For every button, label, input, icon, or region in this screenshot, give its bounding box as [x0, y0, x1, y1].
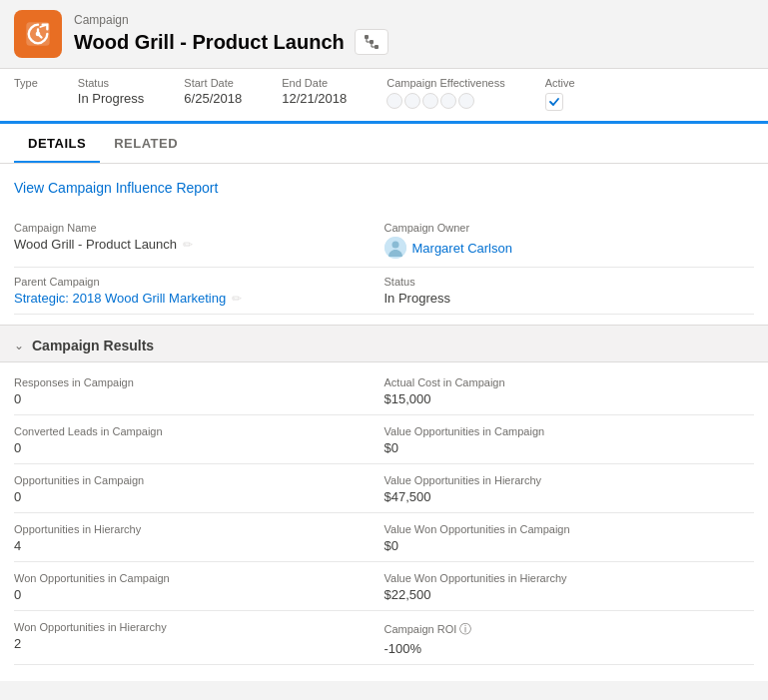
meta-bar: Type Status In Progress Start Date 6/25/… [0, 69, 768, 124]
campaign-owner-label: Campaign Owner [384, 222, 735, 234]
result-label: Opportunities in Hierarchy [14, 523, 365, 535]
meta-effectiveness: Campaign Effectiveness [386, 77, 504, 111]
result-label: Campaign ROI ⓘ [384, 621, 735, 638]
result-item: Actual Cost in Campaign $15,000 [384, 366, 755, 415]
active-checkbox[interactable] [545, 93, 563, 111]
result-item: Responses in Campaign 0 [14, 366, 384, 415]
result-value: $22,500 [384, 587, 735, 602]
campaign-name-edit-icon[interactable]: ✏ [183, 238, 193, 252]
result-value: 0 [14, 489, 365, 504]
result-label: Won Opportunities in Hierarchy [14, 621, 365, 633]
parent-campaign-edit-icon[interactable]: ✏ [232, 292, 242, 306]
result-label: Value Won Opportunities in Campaign [384, 523, 735, 535]
owner-avatar [384, 237, 406, 259]
result-label: Won Opportunities in Campaign [14, 572, 365, 584]
result-item: Value Opportunities in Hierarchy $47,500 [384, 464, 755, 513]
tab-details[interactable]: DETAILS [14, 124, 100, 163]
result-value: 0 [14, 391, 365, 406]
svg-rect-2 [365, 35, 369, 39]
meta-end-date: End Date 12/21/2018 [282, 77, 347, 111]
result-item: Converted Leads in Campaign 0 [14, 415, 384, 464]
chevron-down-icon: ⌄ [14, 339, 24, 352]
svg-point-1 [36, 32, 41, 37]
result-label: Value Opportunities in Campaign [384, 425, 735, 437]
result-value: -100% [384, 641, 735, 656]
header-text-block: Campaign Wood Grill - Product Launch [74, 13, 388, 55]
parent-campaign-link[interactable]: Strategic: 2018 Wood Grill Marketing [14, 291, 226, 306]
campaign-owner-value: Margaret Carlson [384, 237, 735, 259]
details-fields-grid: Campaign Name Wood Grill - Product Launc… [14, 214, 754, 315]
result-label: Opportunities in Campaign [14, 474, 365, 486]
field-campaign-owner: Campaign Owner Margaret Carlson [384, 214, 755, 268]
star-5 [458, 93, 474, 109]
campaign-name-value: Wood Grill - Product Launch ✏ [14, 237, 365, 252]
end-date-label: End Date [282, 77, 347, 89]
info-icon[interactable]: ⓘ [459, 622, 471, 636]
result-item: Won Opportunities in Campaign 0 [14, 562, 384, 611]
result-item: Opportunities in Campaign 0 [14, 464, 384, 513]
star-1 [386, 93, 402, 109]
star-3 [422, 93, 438, 109]
result-value: $15,000 [384, 391, 735, 406]
effectiveness-stars [386, 93, 504, 109]
results-grid: Responses in Campaign 0 Actual Cost in C… [14, 366, 754, 665]
start-date-value: 6/25/2018 [184, 91, 242, 106]
view-report-link[interactable]: View Campaign Influence Report [14, 180, 218, 196]
field-parent-campaign: Parent Campaign Strategic: 2018 Wood Gri… [14, 268, 384, 315]
result-value: $0 [384, 440, 735, 455]
status-value: In Progress [78, 91, 144, 106]
object-type-label: Campaign [74, 13, 388, 27]
result-item: Campaign ROI ⓘ -100% [384, 611, 755, 665]
start-date-label: Start Date [184, 77, 242, 89]
campaign-icon [14, 10, 62, 58]
result-item: Value Opportunities in Campaign $0 [384, 415, 755, 464]
campaign-name-label: Campaign Name [14, 222, 365, 234]
status-label: Status [78, 77, 144, 89]
hierarchy-button[interactable] [355, 29, 388, 55]
result-item: Value Won Opportunities in Hierarchy $22… [384, 562, 755, 611]
result-value: 0 [14, 587, 365, 602]
page-title: Wood Grill - Product Launch [74, 29, 388, 55]
effectiveness-label: Campaign Effectiveness [386, 77, 504, 89]
result-value: 4 [14, 538, 365, 553]
tab-related[interactable]: RELATED [100, 124, 192, 163]
result-item: Opportunities in Hierarchy 4 [14, 513, 384, 562]
main-content: View Campaign Influence Report Campaign … [0, 164, 768, 681]
star-4 [440, 93, 456, 109]
field-campaign-name: Campaign Name Wood Grill - Product Launc… [14, 214, 384, 268]
star-2 [404, 93, 420, 109]
svg-point-10 [391, 242, 398, 249]
detail-status-label: Status [384, 276, 735, 288]
meta-type: Type [14, 77, 38, 111]
active-label: Active [545, 77, 575, 89]
result-label: Actual Cost in Campaign [384, 376, 735, 388]
result-label: Responses in Campaign [14, 376, 365, 388]
result-item: Won Opportunities in Hierarchy 2 [14, 611, 384, 665]
parent-campaign-value: Strategic: 2018 Wood Grill Marketing ✏ [14, 291, 365, 306]
result-label: Value Won Opportunities in Hierarchy [384, 572, 735, 584]
parent-campaign-label: Parent Campaign [14, 276, 365, 288]
campaign-results-title: Campaign Results [32, 338, 154, 353]
result-value: $0 [384, 538, 735, 553]
meta-status: Status In Progress [78, 77, 144, 111]
detail-status-value: In Progress [384, 291, 735, 306]
result-value: $47,500 [384, 489, 735, 504]
result-item: Value Won Opportunities in Campaign $0 [384, 513, 755, 562]
result-label: Value Opportunities in Hierarchy [384, 474, 735, 486]
campaign-owner-link[interactable]: Margaret Carlson [412, 241, 512, 256]
field-status: Status In Progress [384, 268, 755, 315]
result-value: 0 [14, 440, 365, 455]
tabs-bar: DETAILS RELATED [0, 124, 768, 164]
meta-active: Active [545, 77, 575, 111]
type-label: Type [14, 77, 38, 89]
page-header: Campaign Wood Grill - Product Launch [0, 0, 768, 69]
campaign-results-section-header[interactable]: ⌄ Campaign Results [0, 325, 768, 362]
result-label: Converted Leads in Campaign [14, 425, 365, 437]
meta-start-date: Start Date 6/25/2018 [184, 77, 242, 111]
svg-rect-4 [375, 45, 379, 49]
end-date-value: 12/21/2018 [282, 91, 347, 106]
result-value: 2 [14, 636, 365, 651]
